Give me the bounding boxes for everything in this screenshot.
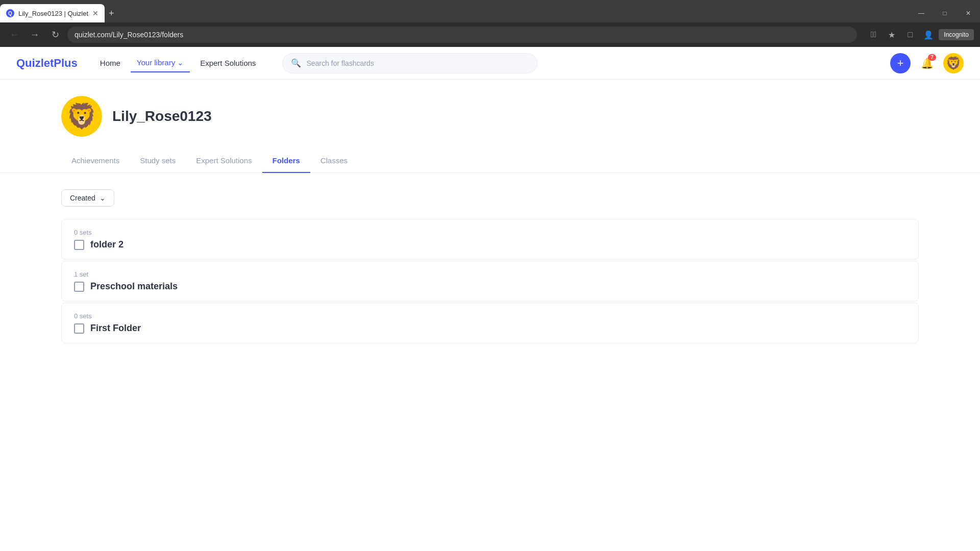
minimize-button[interactable]: —: [910, 4, 933, 22]
quizlet-logo[interactable]: QuizletPlus: [16, 57, 78, 70]
tab-expert-solutions[interactable]: Expert Solutions: [186, 149, 262, 173]
app: QuizletPlus Home Your library ⌄ Expert S…: [0, 47, 980, 360]
search-placeholder-text: Search for flashcards: [306, 59, 374, 67]
nav-expert-solutions[interactable]: Expert Solutions: [194, 55, 262, 71]
profile-section: 🦁 Lily_Rose0123: [0, 80, 980, 137]
folder-name: folder 2: [90, 239, 124, 250]
bookmark-icon[interactable]: ★: [884, 27, 900, 43]
search-bar[interactable]: 🔍 Search for flashcards: [282, 53, 537, 73]
active-tab[interactable]: Q Lily_Rose0123 | Quizlet ✕: [0, 4, 105, 22]
tab-achievements[interactable]: Achievements: [61, 149, 130, 173]
folder-checkbox-icon: [74, 282, 84, 292]
nav-your-library[interactable]: Your library ⌄: [131, 54, 190, 72]
folder-sets-count: 1 set: [74, 270, 906, 278]
toolbar-icons: 👁⃠ ★ □ 👤 Incognito: [865, 27, 974, 43]
maximize-button[interactable]: □: [933, 4, 957, 22]
chevron-down-icon: ⌄: [100, 194, 106, 202]
back-button[interactable]: ←: [6, 27, 22, 43]
folder-sets-count: 0 sets: [74, 312, 906, 320]
reload-button[interactable]: ↻: [47, 27, 63, 43]
address-bar[interactable]: quizlet.com/Lily_Rose0123/folders: [67, 27, 857, 43]
header-right: + 🔔 7 🦁: [890, 53, 964, 73]
folder-checkbox-icon: [74, 323, 84, 334]
folder-item[interactable]: 1 set Preschool materials: [61, 261, 919, 302]
content-area: Created ⌄ 0 sets folder 2 1 set Preschoo…: [0, 173, 980, 360]
browser-toolbar: ← → ↻ quizlet.com/Lily_Rose0123/folders …: [0, 22, 980, 47]
app-header: QuizletPlus Home Your library ⌄ Expert S…: [0, 47, 980, 80]
close-button[interactable]: ✕: [957, 4, 980, 22]
tab-favicon: Q: [6, 9, 14, 17]
add-button[interactable]: +: [890, 53, 911, 73]
folder-item[interactable]: 0 sets First Folder: [61, 303, 919, 343]
browser-chrome: Q Lily_Rose0123 | Quizlet ✕ + — □ ✕ ← → …: [0, 0, 980, 47]
profile-avatar: 🦁: [61, 96, 102, 137]
folder-name-row: folder 2: [74, 239, 906, 250]
sort-dropdown[interactable]: Created ⌄: [61, 189, 114, 207]
profile-tabs: Achievements Study sets Expert Solutions…: [0, 149, 980, 173]
tab-title: Lily_Rose0123 | Quizlet: [18, 10, 88, 17]
profile-username: Lily_Rose0123: [112, 108, 212, 124]
folder-name-row: Preschool materials: [74, 281, 906, 292]
folder-item[interactable]: 0 sets folder 2: [61, 219, 919, 260]
folder-name: First Folder: [90, 323, 141, 334]
window-controls: — □ ✕: [910, 4, 980, 22]
browser-tabs: Q Lily_Rose0123 | Quizlet ✕ + — □ ✕: [0, 0, 980, 22]
folder-checkbox-icon: [74, 240, 84, 250]
forward-button[interactable]: →: [27, 27, 43, 43]
tab-study-sets[interactable]: Study sets: [130, 149, 186, 173]
eye-slash-icon[interactable]: 👁⃠: [865, 27, 881, 43]
folder-name-row: First Folder: [74, 323, 906, 334]
notification-badge: 7: [928, 54, 936, 61]
avatar-image: 🦁: [946, 56, 961, 70]
nav-home[interactable]: Home: [94, 55, 127, 71]
tab-close-button[interactable]: ✕: [92, 9, 99, 17]
sort-label: Created: [70, 194, 95, 202]
incognito-button[interactable]: Incognito: [939, 29, 974, 40]
folder-list: 0 sets folder 2 1 set Preschool material…: [61, 219, 919, 343]
chevron-down-icon: ⌄: [177, 58, 184, 67]
tab-folders[interactable]: Folders: [262, 149, 310, 173]
search-icon: 🔍: [291, 58, 301, 68]
user-avatar[interactable]: 🦁: [943, 53, 964, 73]
tab-classes[interactable]: Classes: [310, 149, 358, 173]
notifications-button[interactable]: 🔔 7: [917, 53, 937, 73]
url-text: quizlet.com/Lily_Rose0123/folders: [75, 31, 183, 39]
profile-icon[interactable]: 👤: [920, 27, 937, 43]
new-tab-button[interactable]: +: [109, 8, 114, 19]
folder-name: Preschool materials: [90, 281, 178, 292]
extensions-icon[interactable]: □: [902, 27, 918, 43]
main-nav: Home Your library ⌄ Expert Solutions: [94, 54, 262, 72]
folder-sets-count: 0 sets: [74, 229, 906, 236]
profile-avatar-image: 🦁: [66, 102, 97, 131]
